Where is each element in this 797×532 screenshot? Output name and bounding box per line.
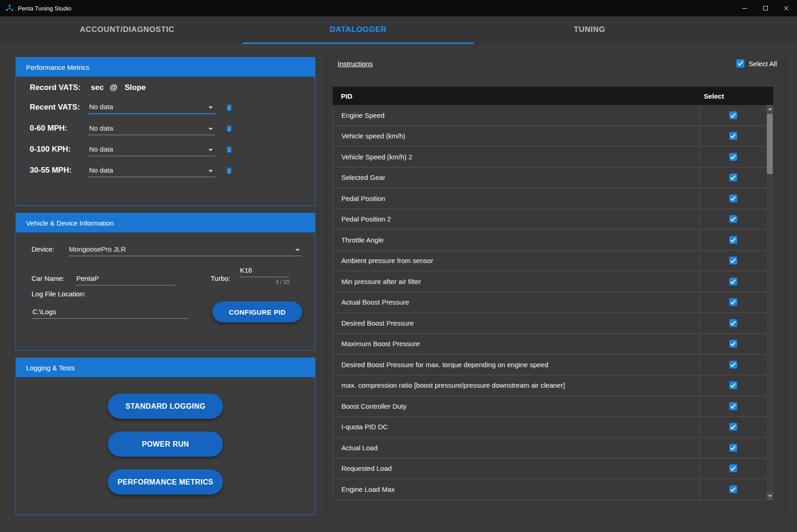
pid-name: Actual Load — [333, 437, 699, 458]
pid-name: Pedal Position 2 — [333, 209, 699, 230]
table-row: max. compression ratio [boost pressure/p… — [333, 375, 773, 396]
record-vats-label: Record VATS: — [30, 83, 81, 92]
pid-checkbox[interactable] — [729, 464, 737, 472]
vehicle-device-panel: Vehicle & Device Information Device: Mon… — [16, 213, 315, 351]
logging-button[interactable]: STANDARD LOGGING — [108, 394, 223, 419]
table-row: Desired Boost Pressure for max. torque d… — [333, 354, 773, 375]
logging-buttons: STANDARD LOGGING POWER RUN PERFORMANCE M… — [16, 377, 315, 507]
logging-button[interactable]: POWER RUN — [108, 432, 223, 457]
pid-checkbox[interactable] — [729, 381, 737, 389]
pid-name: Selected Gear — [333, 168, 699, 188]
device-dropdown[interactable]: MongoosePro JLR — [68, 242, 302, 256]
scrollbar[interactable] — [766, 105, 773, 500]
scrollbar-thumb[interactable] — [767, 114, 773, 174]
pid-select-cell — [699, 354, 773, 375]
pid-checkbox[interactable] — [729, 111, 737, 119]
metric-dropdown[interactable]: No data — [88, 163, 215, 177]
tab-account-diagnostic[interactable]: ACCOUNT/DIAGNOSTIC — [11, 16, 243, 44]
table-row: Selected Gear — [333, 168, 773, 189]
metric-dropdown[interactable]: No data — [88, 100, 215, 114]
configure-pid-button[interactable]: CONFIGURE PID — [213, 301, 302, 322]
tab-tuning[interactable]: TUNING — [474, 16, 705, 44]
maximize-button[interactable] — [755, 0, 776, 16]
pid-checkbox[interactable] — [729, 361, 737, 369]
metric-label: 0-60 MPH: — [30, 124, 88, 133]
pid-checkbox[interactable] — [729, 236, 737, 244]
pid-select-cell — [699, 230, 773, 250]
pid-name: Maximum Boost Pressure — [333, 334, 699, 354]
pid-checkbox[interactable] — [729, 298, 737, 306]
record-vats-slope-label: Slope — [125, 83, 146, 92]
minimize-icon — [742, 8, 747, 9]
instructions-link[interactable]: Instructions — [338, 60, 373, 68]
scroll-up-button[interactable] — [766, 105, 773, 113]
pid-checkbox[interactable] — [729, 153, 737, 161]
table-row: Boost Controller Duty — [333, 396, 773, 417]
tab-bar: ACCOUNT/DIAGNOSTIC DATALOGGER TUNING — [0, 16, 797, 44]
metric-row: 30-55 MPH: No data — [30, 160, 303, 181]
chevron-down-icon — [208, 170, 213, 172]
pid-checkbox[interactable] — [729, 195, 737, 202]
pid-table: PID Select Engine Speed Vehicle speed (k… — [333, 87, 773, 500]
pid-name: max. compression ratio [boost pressure/p… — [333, 375, 699, 396]
pid-select-cell — [699, 437, 773, 458]
pid-name: I-quota PID DC — [333, 417, 699, 437]
pid-checkbox[interactable] — [729, 402, 737, 410]
table-row: Pedal Position 2 — [333, 209, 773, 230]
car-name-label: Car Name: — [32, 274, 75, 285]
tab-datalogger[interactable]: DATALOGGER — [243, 16, 474, 44]
metric-dropdown-value: No data — [89, 166, 113, 174]
pid-select-cell — [699, 458, 773, 479]
logging-button[interactable]: PERFORMANCE METRICS — [108, 469, 223, 495]
trash-icon[interactable] — [225, 166, 233, 175]
metric-dropdown-value: No data — [89, 145, 113, 153]
record-vats-at-label: @ — [110, 83, 117, 92]
pid-checkbox[interactable] — [729, 278, 737, 285]
scroll-down-button[interactable] — [766, 492, 773, 500]
pid-name: Min pressure after air filter — [333, 271, 699, 292]
turbo-label: Turbo: — [211, 274, 239, 285]
record-vats-sec-label: sec — [91, 83, 104, 92]
chevron-down-icon — [208, 128, 213, 130]
select-all-checkbox[interactable] — [736, 59, 744, 68]
trash-icon[interactable] — [225, 103, 233, 112]
turbo-field[interactable]: K16 — [239, 263, 289, 277]
pid-select-cell — [699, 209, 773, 230]
pid-checkbox[interactable] — [729, 444, 737, 452]
performance-metrics-panel: Performance Metrics Record VATS: sec @ S… — [16, 57, 315, 206]
turbo-char-counter: 3 / 10 — [239, 279, 289, 285]
pid-checkbox[interactable] — [729, 423, 737, 431]
log-file-field[interactable]: C:\Logs — [32, 305, 188, 319]
pid-name: Boost Controller Duty — [333, 396, 699, 416]
metric-dropdown[interactable]: No data — [88, 142, 215, 156]
pid-name: Vehicle speed (km/h) — [333, 126, 699, 147]
close-button[interactable] — [776, 0, 797, 16]
pid-select-cell — [699, 334, 773, 354]
minimize-button[interactable] — [734, 0, 755, 16]
table-row: Engine Speed — [333, 105, 773, 126]
pid-rows: Engine Speed Vehicle speed (km/h) — [333, 105, 773, 500]
trash-icon[interactable] — [225, 124, 233, 133]
pid-checkbox[interactable] — [729, 485, 737, 493]
pid-checkbox[interactable] — [729, 340, 737, 348]
pid-select-cell — [699, 126, 773, 147]
metric-dropdown-value: No data — [89, 124, 113, 132]
car-name-field[interactable]: PentaP — [75, 272, 175, 285]
app-logo-icon — [5, 4, 14, 12]
metric-dropdown[interactable]: No data — [88, 121, 215, 135]
pid-select-cell — [699, 188, 773, 209]
pid-name: Engine Speed — [333, 105, 699, 126]
pid-checkbox[interactable] — [729, 174, 737, 181]
table-row: Engine Load Max — [333, 479, 773, 500]
trash-icon[interactable] — [225, 145, 233, 154]
metric-label: 30-55 MPH: — [30, 166, 88, 175]
pid-checkbox[interactable] — [729, 319, 737, 327]
pid-checkbox[interactable] — [729, 215, 737, 223]
table-row: Throttle Angle — [333, 230, 773, 251]
log-file-label: Log File Location: — [32, 290, 302, 298]
pid-checkbox[interactable] — [729, 132, 737, 140]
pid-checkbox[interactable] — [729, 257, 737, 264]
pid-selection-panel: Instructions Select All PID Select Engin… — [325, 49, 789, 516]
pid-select-cell — [699, 375, 773, 396]
select-column-header: Select — [699, 87, 773, 105]
